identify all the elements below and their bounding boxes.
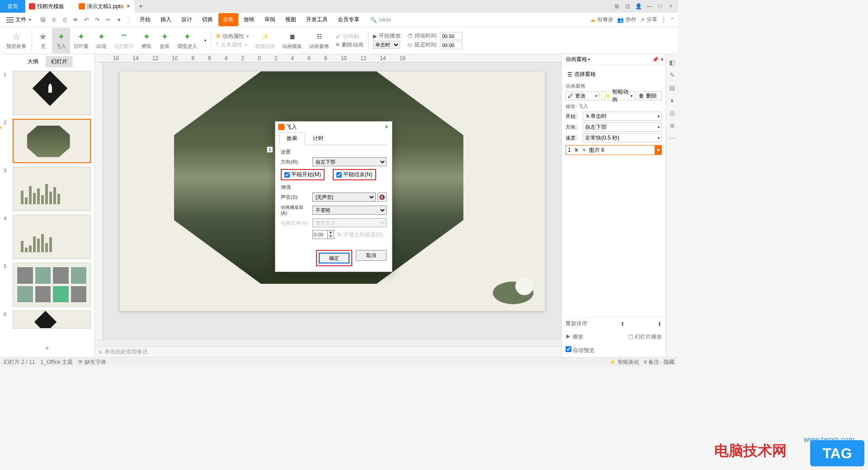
tool-icon[interactable]: ♦ [668, 96, 677, 105]
notes-toggle[interactable]: ≡ 备注 · 隐藏 [644, 358, 675, 366]
tool-icon[interactable]: ✎ [668, 70, 677, 80]
ok-button[interactable]: 确定 [319, 253, 349, 263]
anim-gallery-more[interactable]: ▾ [201, 28, 209, 53]
slide-thumb-2[interactable]: 2★ [4, 119, 91, 163]
item-dropdown[interactable]: ▾ [655, 145, 662, 155]
tab-design[interactable]: 设计 [177, 13, 197, 26]
speed-field[interactable]: 非常快(0.5 秒)▾ [583, 133, 662, 142]
slideshow-button[interactable]: ▢ 幻灯片播放 [628, 333, 662, 341]
add-slide-button[interactable]: + [0, 340, 94, 357]
close-icon[interactable]: × [125, 3, 132, 9]
horizontal-scrollbar[interactable] [95, 340, 561, 346]
reorder-up[interactable]: ⬆ [620, 321, 625, 327]
tab-review[interactable]: 审阅 [260, 13, 280, 26]
outline-tab[interactable]: 大纲 [22, 56, 44, 67]
timing-tab[interactable]: 计时 [305, 132, 331, 145]
anim-box[interactable]: ✦盒状 [156, 28, 174, 53]
tab-view[interactable]: 视图 [281, 13, 301, 26]
tab-start[interactable]: 开始 [135, 13, 155, 26]
anim-list-item[interactable]: 1 🖱 ✦ 图片 6 ▾ [566, 145, 662, 155]
tool-icon[interactable]: ◎ [668, 108, 677, 118]
duration-input[interactable] [440, 32, 462, 40]
anim-flyin[interactable]: ✦飞入 [52, 28, 70, 53]
pending-changes[interactable]: ☁有修改 [590, 16, 613, 24]
tab-vip[interactable]: 会员专享 [333, 13, 364, 26]
change-button[interactable]: 🖊更改▾ [566, 91, 599, 100]
coop-button[interactable]: 👥协作 [617, 16, 637, 24]
preview-icon[interactable]: 👁 [71, 15, 80, 25]
tool-icon[interactable]: ◧ [668, 58, 677, 67]
tab-insert[interactable]: 插入 [156, 13, 176, 26]
anim-none[interactable]: ★无 [34, 28, 52, 53]
effect-tab[interactable]: 效果 [279, 132, 305, 145]
smart-beautify[interactable]: ⚡ 智能美化 [609, 358, 639, 366]
notes-bar[interactable]: ≡单击此处添加备注 [95, 346, 561, 357]
collapse-ribbon[interactable]: ⌃ [670, 17, 675, 23]
minimize-button[interactable]: — [644, 1, 655, 12]
anim-appear[interactable]: ✦出现 [92, 28, 110, 53]
slide-thumb-4[interactable]: 4 [4, 215, 91, 259]
autoplay-checkbox[interactable]: 自动预览 [566, 346, 594, 354]
direction-select[interactable]: 自左下部 [312, 157, 387, 166]
slide-thumb-3[interactable]: 3 [4, 167, 91, 211]
export-icon[interactable]: ⎘ [49, 15, 59, 25]
delay-input[interactable] [440, 41, 462, 49]
cancel-button[interactable]: 取消 [356, 250, 387, 261]
pin-icon[interactable]: 📌 [652, 56, 659, 63]
slide-thumb-6[interactable]: 6 [4, 310, 91, 329]
add-tab-button[interactable]: + [134, 2, 147, 10]
start-select[interactable]: 单击时 [373, 41, 400, 49]
anim-pane[interactable]: ☷动画窗格 [306, 28, 333, 53]
tab-transition[interactable]: 切换 [198, 13, 217, 26]
slide-thumb-5[interactable]: 5 [4, 263, 91, 307]
tool-icon[interactable]: ⊕ [668, 121, 677, 130]
slides-tab[interactable]: 幻灯片 [46, 56, 73, 67]
preview-effect-button[interactable]: ☆预览效果 [3, 28, 30, 53]
search-box[interactable]: 🔍 islide [370, 17, 391, 23]
more-icon[interactable]: ▾ [114, 15, 124, 25]
redo-icon[interactable]: ↷ [92, 15, 102, 25]
anim-blinds[interactable]: ✦百叶窗 [70, 28, 92, 53]
cut-icon[interactable]: ✂ [103, 15, 113, 25]
tab-animation[interactable]: 动画 [218, 13, 238, 26]
play-button[interactable]: ▶ 播放 [566, 333, 583, 341]
close-icon[interactable]: × [383, 123, 390, 131]
save-icon[interactable]: 🖫 [38, 15, 48, 25]
tab-slideshow[interactable]: 放映 [239, 13, 259, 26]
missing-fonts[interactable]: ⟳ 缺失字体 [78, 358, 106, 366]
sound-select[interactable]: [无声音] [312, 193, 376, 202]
file-menu[interactable]: 文件 ▾ [4, 14, 33, 25]
tab-document[interactable]: 演示文稿1.pptx × [75, 0, 134, 13]
smart-anim[interactable]: ✨智能动画 [251, 28, 278, 53]
print-icon[interactable]: ⎙ [60, 15, 70, 25]
sound-preview-button[interactable]: 🔇 [377, 193, 387, 202]
maximize-button[interactable]: □ [655, 1, 665, 12]
dialog-titlebar[interactable]: 飞入 × [275, 122, 392, 132]
share-button[interactable]: ↗分享 [640, 16, 657, 24]
anim-wipe[interactable]: ✦擦除 [137, 28, 156, 53]
anim-template[interactable]: ▦动画模板 [278, 28, 306, 53]
more-menu[interactable]: ⋮ [661, 17, 666, 23]
slide-thumb-1[interactable]: 1 [4, 71, 91, 115]
tool-icon[interactable]: ▤ [668, 83, 677, 92]
tool-icon[interactable]: ⋯ [668, 134, 677, 143]
start-field[interactable]: 🖱单击时▾ [583, 112, 662, 121]
smooth-end-checkbox[interactable]: 平稳结束(N) [333, 169, 376, 180]
anim-number[interactable]: ❝❞动态数字 [110, 28, 137, 53]
tab-developer[interactable]: 开发工具 [302, 13, 332, 26]
close-button[interactable]: × [665, 1, 676, 12]
smooth-start-checkbox[interactable]: 平稳开始(M) [281, 169, 325, 180]
reorder-down[interactable]: ⬇ [657, 321, 662, 327]
apps-icon[interactable]: ⊡ [622, 1, 633, 12]
smart-anim-button[interactable]: ✨智能动画▾ [601, 91, 635, 100]
anim-order-badge[interactable]: 1 [267, 146, 273, 153]
undo-icon[interactable]: ↶ [81, 15, 91, 25]
anim-slowin[interactable]: ✦缓慢进入 [174, 28, 201, 53]
direction-field[interactable]: 自左下部▾ [583, 122, 662, 132]
tab-templates[interactable]: 找稻壳模板 [25, 0, 75, 13]
percent-spinner[interactable]: ▲▼ [312, 230, 334, 239]
delete-button[interactable]: 🗑删除 [637, 91, 662, 100]
avatar-icon[interactable]: 👤 [633, 1, 644, 12]
layout-icon[interactable]: ⊞ [611, 1, 622, 12]
select-pane-button[interactable]: ☰选择窗格 [566, 69, 662, 80]
